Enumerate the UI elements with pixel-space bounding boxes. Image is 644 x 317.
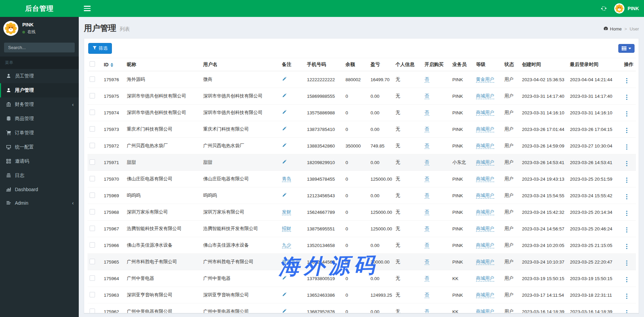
online-status[interactable]: 在线 <box>22 29 35 35</box>
sidebar-item-10[interactable]: Admin‹ <box>0 196 79 210</box>
sidebar-item-9[interactable]: Dashboard <box>0 183 79 196</box>
purchase-toggle-link[interactable]: 否 <box>425 259 429 265</box>
purchase-toggle-link[interactable]: 否 <box>425 193 429 199</box>
level-link[interactable]: 商城用户 <box>476 143 494 149</box>
hamburger-menu-icon[interactable] <box>84 6 91 11</box>
refresh-icon[interactable] <box>601 5 607 12</box>
level-link[interactable]: 商城用户 <box>476 276 494 281</box>
row-checkbox[interactable] <box>90 143 95 148</box>
purchase-toggle-link[interactable]: 否 <box>425 276 429 281</box>
sort-icon[interactable] <box>111 63 113 67</box>
row-actions-icon[interactable] <box>624 227 629 233</box>
level-link[interactable]: 商城用户 <box>476 93 494 99</box>
row-checkbox[interactable] <box>90 259 95 264</box>
row-actions-icon[interactable] <box>624 243 629 250</box>
row-checkbox[interactable] <box>90 209 95 214</box>
purchase-toggle-link[interactable]: 否 <box>425 209 429 215</box>
purchase-toggle-link[interactable]: 否 <box>425 160 429 165</box>
select-all-checkbox[interactable] <box>90 61 95 67</box>
row-checkbox[interactable] <box>90 159 95 165</box>
edit-pencil-icon[interactable] <box>282 309 287 314</box>
row-actions-icon[interactable] <box>624 144 629 151</box>
edit-pencil-icon[interactable] <box>282 160 287 164</box>
remark-link[interactable]: 青岛九少 <box>282 259 300 265</box>
level-link[interactable]: 商城用户 <box>476 209 494 215</box>
edit-pencil-icon[interactable] <box>282 292 287 297</box>
remark-link[interactable]: 发财 <box>282 209 291 215</box>
row-checkbox[interactable] <box>90 226 95 231</box>
column-visibility-button[interactable] <box>618 44 635 53</box>
row-actions-icon[interactable] <box>624 260 629 267</box>
row-actions-icon[interactable] <box>624 111 629 117</box>
search-button[interactable] <box>72 43 75 52</box>
row-actions-icon[interactable] <box>624 127 629 134</box>
row-actions-icon[interactable] <box>624 276 629 283</box>
row-checkbox[interactable] <box>90 176 95 181</box>
row-checkbox[interactable] <box>90 292 95 297</box>
row-checkbox[interactable] <box>90 76 95 82</box>
level-cell: 商城用户 <box>474 287 502 303</box>
row-checkbox[interactable] <box>90 93 95 98</box>
row-checkbox[interactable] <box>90 110 95 115</box>
remark-link[interactable]: 招财 <box>282 226 291 232</box>
row-actions-icon[interactable] <box>624 77 629 84</box>
row-actions-icon[interactable] <box>624 210 629 217</box>
sidebar-item-2[interactable]: 用户管理 <box>0 83 79 97</box>
sidebar-item-1[interactable]: 员工管理 <box>0 69 79 83</box>
purchase-toggle-link[interactable]: 否 <box>425 77 429 83</box>
level-link[interactable]: 商城用户 <box>476 292 494 298</box>
sidebar-item-8[interactable]: 日志 <box>0 168 79 183</box>
search-input[interactable] <box>4 43 72 52</box>
row-checkbox[interactable] <box>90 126 95 132</box>
edit-pencil-icon[interactable] <box>282 127 287 131</box>
purchase-toggle-link[interactable]: 否 <box>425 243 429 248</box>
user-id-cell: 175976 <box>102 71 125 88</box>
level-link[interactable]: 黄金用户 <box>476 77 494 83</box>
breadcrumb-home[interactable]: Home <box>603 26 622 32</box>
remark-link[interactable]: 青岛 <box>282 176 291 182</box>
row-checkbox[interactable] <box>90 309 95 314</box>
sidebar-item-6[interactable]: 统一配置 <box>0 140 79 154</box>
level-link[interactable]: 商城用户 <box>476 243 494 248</box>
filter-button[interactable]: 筛选 <box>88 43 112 54</box>
row-actions-icon[interactable] <box>624 194 629 200</box>
level-link[interactable]: 商城用户 <box>476 226 494 232</box>
row-checkbox[interactable] <box>90 242 95 248</box>
purchase-toggle-link[interactable]: 否 <box>425 143 429 149</box>
row-checkbox[interactable] <box>90 275 95 281</box>
purchase-toggle-link[interactable]: 否 <box>425 176 429 182</box>
edit-pencil-icon[interactable] <box>282 77 287 82</box>
row-actions-icon[interactable] <box>624 94 629 101</box>
row-actions-icon[interactable] <box>624 310 629 314</box>
column-header-1[interactable]: ID <box>102 58 125 71</box>
sidebar-item-4[interactable]: 商品管理 <box>0 112 79 126</box>
sidebar-item-5[interactable]: 订单管理 <box>0 126 79 140</box>
purchase-toggle-link[interactable]: 否 <box>425 309 429 313</box>
edit-pencil-icon[interactable] <box>282 143 287 148</box>
purchase-toggle-link[interactable]: 否 <box>425 292 429 298</box>
level-link[interactable]: 商城用户 <box>476 110 494 116</box>
purchase-toggle-link[interactable]: 否 <box>425 226 429 232</box>
purchase-toggle-link[interactable]: 否 <box>425 127 429 132</box>
level-link[interactable]: 商城用户 <box>476 127 494 132</box>
edit-pencil-icon[interactable] <box>282 276 287 280</box>
row-checkbox[interactable] <box>90 193 95 198</box>
navbar-user-menu[interactable]: PINK <box>614 3 639 14</box>
purchase-toggle-link[interactable]: 否 <box>425 93 429 99</box>
edit-pencil-icon[interactable] <box>282 193 287 198</box>
level-link[interactable]: 商城用户 <box>476 309 494 313</box>
row-actions-icon[interactable] <box>624 177 629 184</box>
edit-pencil-icon[interactable] <box>282 93 287 98</box>
username-cell: 广州中誉电器 <box>201 270 280 287</box>
row-actions-icon[interactable] <box>624 293 629 300</box>
row-actions-icon[interactable] <box>624 160 629 167</box>
sidebar-item-7[interactable]: 邀请码 <box>0 154 79 168</box>
level-link[interactable]: 商城用户 <box>476 176 494 182</box>
edit-pencil-icon[interactable] <box>282 110 287 115</box>
level-link[interactable]: 商城用户 <box>476 193 494 199</box>
remark-link[interactable]: 九少 <box>282 243 291 248</box>
level-link[interactable]: 商城用户 <box>476 160 494 165</box>
level-link[interactable]: 商城用户 <box>476 259 494 265</box>
purchase-toggle-link[interactable]: 否 <box>425 110 429 116</box>
sidebar-item-3[interactable]: 财务管理‹ <box>0 97 79 112</box>
